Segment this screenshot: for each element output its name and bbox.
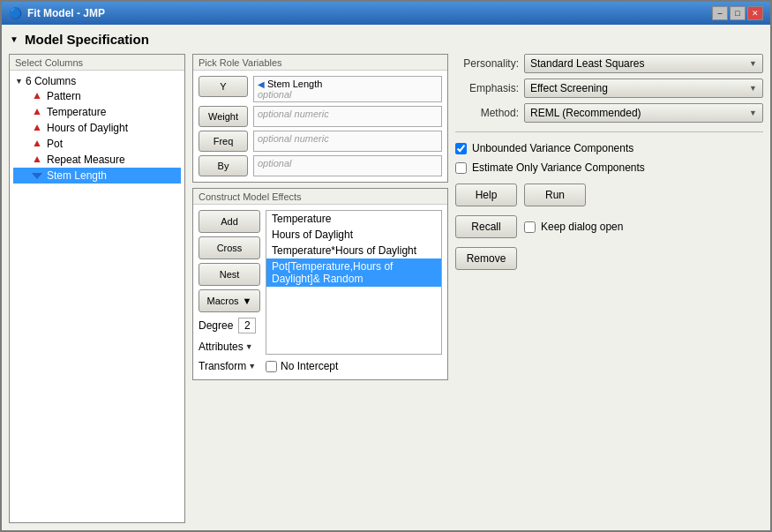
method-row: Method: REML (Recommended) ▼: [455, 103, 763, 123]
emphasis-dropdown[interactable]: Effect Screening ▼: [524, 79, 763, 98]
emphasis-label: Emphasis:: [455, 82, 519, 94]
effect-hours[interactable]: Hours of Daylight: [266, 227, 441, 243]
section-collapse-arrow[interactable]: ▼: [9, 34, 19, 45]
unbounded-checkbox[interactable]: [455, 143, 467, 154]
role-input-weight[interactable]: optional numeric: [253, 106, 442, 127]
recall-button[interactable]: Recall: [455, 215, 517, 238]
role-y-value: ◀ Stem Length: [258, 79, 438, 89]
effects-buttons: Add Cross Nest Macros ▼ Degree 2: [199, 210, 260, 374]
columns-tree: ▼ 6 Columns Pattern Temperature Hours of…: [10, 71, 184, 522]
macros-arrow: ▼: [243, 296, 252, 306]
role-btn-freq[interactable]: Freq: [199, 131, 248, 152]
role-btn-y[interactable]: Y: [199, 76, 248, 97]
col-item-stem-length[interactable]: Stem Length: [13, 168, 181, 184]
action-buttons: Help Run: [455, 184, 763, 206]
title-bar: 🔵 Fit Model - JMP – □ ✕: [2, 2, 770, 25]
attributes-label: Attributes: [199, 341, 244, 353]
role-btn-weight[interactable]: Weight: [199, 106, 248, 127]
method-dropdown[interactable]: REML (Recommended) ▼: [524, 103, 763, 123]
model-effects-panel: Construct Model Effects Add Cross Nest M…: [192, 188, 448, 380]
select-columns-panel: Select Columns ▼ 6 Columns Pattern Tempe…: [9, 54, 185, 523]
attributes-arrow: ▼: [245, 342, 253, 351]
keep-open-checkbox[interactable]: [524, 221, 536, 233]
columns-root: ▼ 6 Columns: [13, 74, 181, 88]
checkbox-estimate-row: Estimate Only Variance Components: [455, 161, 763, 175]
col-label: Hours of Daylight: [47, 122, 128, 134]
continuous-icon: [31, 123, 43, 133]
personality-caret: ▼: [749, 59, 757, 68]
role-input-freq[interactable]: optional numeric: [253, 131, 442, 152]
col-item-pot[interactable]: Pot: [13, 136, 181, 152]
role-row-freq: Freq optional numeric: [199, 131, 442, 152]
transform-label: Transform: [199, 360, 246, 372]
role-y-placeholder: optional: [258, 89, 438, 100]
maximize-button[interactable]: □: [730, 6, 746, 20]
personality-value: Standard Least Squares: [530, 57, 644, 70]
effect-pot-random[interactable]: Pot[Temperature,Hours of Daylight]& Rand…: [266, 259, 441, 287]
no-intercept-row: No Intercept: [266, 358, 442, 374]
minimize-button[interactable]: –: [712, 6, 728, 20]
role-y-text: Stem Length: [267, 79, 322, 89]
continuous-icon: [31, 91, 43, 101]
add-button[interactable]: Add: [199, 210, 260, 233]
title-bar-left: 🔵 Fit Model - JMP: [9, 7, 105, 19]
effects-list[interactable]: Temperature Hours of Daylight Temperatur…: [266, 210, 442, 355]
section-title: Model Specification: [25, 32, 149, 47]
personality-label: Personality:: [455, 57, 519, 70]
col-item-repeat-measure[interactable]: Repeat Measure: [13, 152, 181, 168]
close-button[interactable]: ✕: [747, 6, 763, 20]
role-input-y[interactable]: ◀ Stem Length optional: [253, 76, 442, 102]
nominal-icon: [31, 170, 43, 181]
degree-row: Degree 2: [199, 316, 260, 335]
role-freq-placeholder: optional numeric: [258, 133, 438, 144]
role-btn-by[interactable]: By: [199, 155, 248, 176]
separator: [455, 131, 763, 132]
nest-button[interactable]: Nest: [199, 263, 260, 286]
remove-button[interactable]: Remove: [455, 247, 517, 270]
transform-dropdown[interactable]: Transform ▼: [199, 360, 256, 372]
keep-open-row: Keep dialog open: [524, 221, 623, 233]
col-item-pattern[interactable]: Pattern: [13, 88, 181, 104]
personality-dropdown[interactable]: Standard Least Squares ▼: [524, 54, 763, 73]
role-input-by[interactable]: optional: [253, 155, 442, 176]
col-item-temperature[interactable]: Temperature: [13, 104, 181, 120]
attributes-dropdown[interactable]: Attributes ▼: [199, 341, 253, 353]
effect-temperature[interactable]: Temperature: [266, 211, 441, 227]
col-label: Stem Length: [47, 169, 107, 182]
emphasis-row: Emphasis: Effect Screening ▼: [455, 79, 763, 98]
degree-value[interactable]: 2: [238, 318, 256, 333]
role-y-arrow: ◀: [258, 79, 265, 89]
tree-collapse-arrow[interactable]: ▼: [15, 77, 23, 86]
role-weight-placeholder: optional numeric: [258, 109, 438, 119]
run-button[interactable]: Run: [524, 184, 586, 206]
app-icon: 🔵: [9, 7, 22, 19]
col-label: Pattern: [47, 90, 81, 102]
main-area: Select Columns ▼ 6 Columns Pattern Tempe…: [9, 54, 763, 523]
transform-row: Transform ▼: [199, 358, 260, 374]
emphasis-value: Effect Screening: [530, 82, 608, 94]
estimate-checkbox[interactable]: [455, 162, 467, 174]
select-columns-title: Select Columns: [10, 55, 184, 71]
role-row-weight: Weight optional numeric: [199, 106, 442, 127]
cross-button[interactable]: Cross: [199, 236, 260, 259]
attributes-row: Attributes ▼: [199, 339, 260, 355]
no-intercept-checkbox[interactable]: [266, 361, 277, 372]
method-caret: ▼: [749, 109, 757, 117]
columns-root-label: 6 Columns: [26, 75, 76, 87]
continuous-icon: [31, 107, 43, 117]
help-button[interactable]: Help: [455, 184, 517, 206]
method-label: Method:: [455, 107, 519, 119]
keep-open-label: Keep dialog open: [541, 221, 623, 233]
right-panel: Personality: Standard Least Squares ▼ Em…: [455, 54, 763, 523]
col-label: Temperature: [47, 106, 106, 118]
pick-role-panel: Pick Role Variables Y ◀ Stem Length opti…: [192, 54, 448, 183]
continuous-icon: [31, 139, 43, 149]
role-row-by: By optional: [199, 155, 442, 176]
col-item-hours[interactable]: Hours of Daylight: [13, 120, 181, 136]
title-bar-controls: – □ ✕: [712, 6, 763, 20]
emphasis-caret: ▼: [749, 84, 757, 93]
effect-temp-hours[interactable]: Temperature*Hours of Daylight: [266, 243, 441, 259]
degree-label: Degree: [199, 319, 233, 332]
macros-label: Macros: [207, 296, 239, 306]
macros-button[interactable]: Macros ▼: [199, 289, 260, 312]
